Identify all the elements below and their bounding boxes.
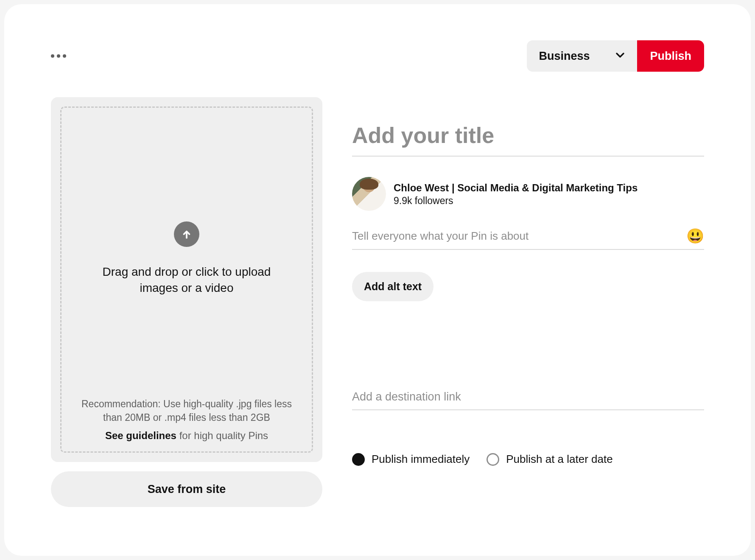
upload-dropzone[interactable]: Drag and drop or click to upload images …: [51, 97, 322, 462]
chevron-down-icon: [615, 50, 625, 62]
profile-info: Chloe West | Social Media & Digital Mark…: [394, 181, 638, 207]
upload-arrow-icon: [174, 221, 199, 247]
header-actions: Business Publish: [527, 40, 704, 72]
publish-button[interactable]: Publish: [637, 40, 704, 72]
pin-builder-card: Business Publish Drag and drop or click …: [4, 4, 751, 556]
upload-guidelines-line[interactable]: See guidelines for high quality Pins: [81, 428, 293, 443]
profile-followers: 9.9k followers: [394, 195, 638, 207]
board-selector-label: Business: [539, 50, 590, 63]
save-from-site-button[interactable]: Save from site: [51, 471, 322, 507]
header-row: Business Publish: [51, 40, 704, 72]
radio-icon-unselected: [487, 453, 499, 466]
profile-avatar[interactable]: [352, 177, 386, 211]
see-guidelines-link[interactable]: See guidelines: [105, 430, 176, 441]
guidelines-suffix: for high quality Pins: [176, 430, 268, 441]
right-column: Chloe West | Social Media & Digital Mark…: [352, 97, 704, 507]
schedule-radio-group: Publish immediately Publish at a later d…: [352, 453, 704, 466]
profile-row: Chloe West | Social Media & Digital Mark…: [352, 177, 704, 211]
emoji-picker-button[interactable]: 😃: [686, 229, 704, 243]
left-column: Drag and drop or click to upload images …: [51, 97, 322, 507]
description-row: 😃: [352, 229, 704, 250]
destination-link-input[interactable]: [352, 390, 704, 410]
radio-publish-immediately[interactable]: Publish immediately: [352, 453, 470, 466]
radio-label-later: Publish at a later date: [506, 453, 613, 466]
content-row: Drag and drop or click to upload images …: [51, 97, 704, 507]
radio-label-immediate: Publish immediately: [372, 453, 470, 466]
board-selector[interactable]: Business: [527, 40, 637, 72]
upload-recommendation: Recommendation: Use high-quality .jpg fi…: [81, 397, 293, 424]
upload-center: Drag and drop or click to upload images …: [102, 120, 271, 397]
profile-name: Chloe West | Social Media & Digital Mark…: [394, 181, 638, 194]
radio-publish-later[interactable]: Publish at a later date: [487, 453, 613, 466]
pin-description-input[interactable]: [352, 230, 686, 243]
pin-title-input[interactable]: [352, 123, 704, 157]
upload-main-text: Drag and drop or click to upload images …: [102, 264, 271, 296]
radio-icon-selected: [352, 453, 365, 466]
more-options-icon[interactable]: [51, 54, 66, 58]
upload-bottom-text: Recommendation: Use high-quality .jpg fi…: [81, 397, 293, 443]
add-alt-text-button[interactable]: Add alt text: [352, 272, 433, 301]
upload-inner[interactable]: Drag and drop or click to upload images …: [60, 106, 313, 453]
